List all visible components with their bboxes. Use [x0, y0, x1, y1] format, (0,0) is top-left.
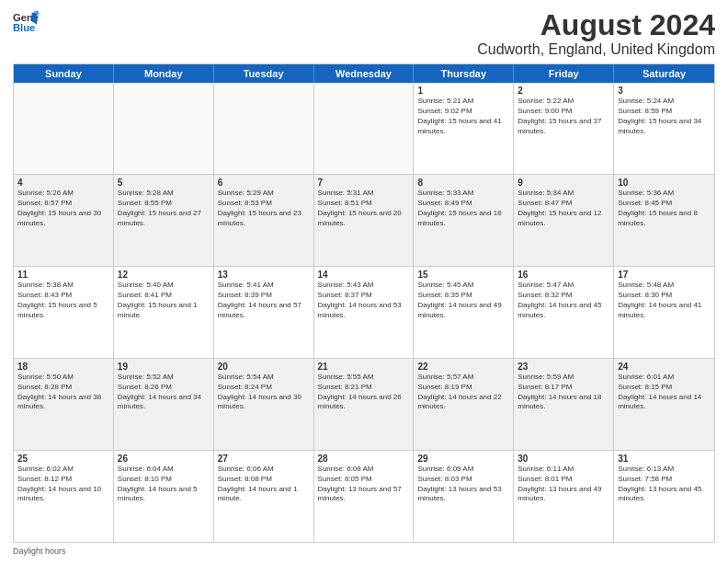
- calendar-cell: 26Sunrise: 6:04 AMSunset: 8:10 PMDayligh…: [114, 451, 214, 542]
- page: General Blue August 2024 Cudworth, Engla…: [0, 0, 728, 563]
- calendar-cell: 30Sunrise: 6:11 AMSunset: 8:01 PMDayligh…: [514, 451, 614, 542]
- day-number: 19: [118, 362, 210, 372]
- day-info: Sunrise: 5:24 AMSunset: 8:59 PMDaylight:…: [618, 97, 711, 136]
- day-info: Sunrise: 5:43 AMSunset: 8:37 PMDaylight:…: [318, 281, 410, 320]
- day-number: 9: [518, 178, 609, 188]
- weekday-header: Friday: [514, 64, 614, 83]
- day-number: 1: [417, 86, 509, 96]
- day-number: 18: [17, 362, 109, 372]
- calendar-cell: 6Sunrise: 5:29 AMSunset: 8:53 PMDaylight…: [214, 175, 314, 266]
- calendar-cell: 28Sunrise: 6:08 AMSunset: 8:05 PMDayligh…: [314, 451, 415, 542]
- weekday-header: Monday: [114, 64, 214, 83]
- day-number: 10: [618, 178, 711, 188]
- calendar-row: 25Sunrise: 6:02 AMSunset: 8:12 PMDayligh…: [14, 451, 714, 542]
- calendar-cell: 11Sunrise: 5:38 AMSunset: 8:43 PMDayligh…: [14, 267, 114, 358]
- weekday-header: Wednesday: [314, 64, 415, 83]
- calendar: SundayMondayTuesdayWednesdayThursdayFrid…: [13, 63, 715, 543]
- day-number: 30: [518, 454, 609, 464]
- day-info: Sunrise: 5:31 AMSunset: 8:51 PMDaylight:…: [318, 189, 410, 228]
- calendar-header: SundayMondayTuesdayWednesdayThursdayFrid…: [14, 64, 714, 83]
- day-number: 27: [218, 454, 310, 464]
- day-number: 16: [518, 270, 609, 280]
- calendar-cell: 17Sunrise: 5:48 AMSunset: 8:30 PMDayligh…: [614, 267, 714, 358]
- day-info: Sunrise: 5:45 AMSunset: 8:35 PMDaylight:…: [417, 281, 509, 320]
- day-info: Sunrise: 6:01 AMSunset: 8:15 PMDaylight:…: [618, 373, 711, 412]
- weekday-header: Thursday: [414, 64, 514, 83]
- day-info: Sunrise: 5:41 AMSunset: 8:39 PMDaylight:…: [218, 281, 310, 320]
- day-number: 17: [618, 270, 711, 280]
- calendar-cell: 19Sunrise: 5:52 AMSunset: 8:26 PMDayligh…: [114, 359, 214, 450]
- day-info: Sunrise: 5:22 AMSunset: 9:00 PMDaylight:…: [518, 97, 609, 136]
- calendar-cell: [114, 83, 214, 174]
- logo: General Blue: [13, 9, 40, 35]
- calendar-cell: 27Sunrise: 6:06 AMSunset: 8:08 PMDayligh…: [214, 451, 314, 542]
- day-number: 12: [118, 270, 210, 280]
- calendar-row: 18Sunrise: 5:50 AMSunset: 8:28 PMDayligh…: [14, 359, 714, 451]
- day-number: 23: [518, 362, 609, 372]
- day-info: Sunrise: 5:26 AMSunset: 8:57 PMDaylight:…: [17, 189, 109, 228]
- day-info: Sunrise: 6:11 AMSunset: 8:01 PMDaylight:…: [518, 465, 609, 504]
- calendar-row: 11Sunrise: 5:38 AMSunset: 8:43 PMDayligh…: [14, 267, 714, 359]
- day-info: Sunrise: 5:55 AMSunset: 8:21 PMDaylight:…: [318, 373, 410, 412]
- calendar-subtitle: Cudworth, England, United Kingdom: [477, 41, 715, 58]
- day-info: Sunrise: 6:09 AMSunset: 8:03 PMDaylight:…: [417, 465, 509, 504]
- footer: Daylight hours: [13, 546, 715, 556]
- calendar-cell: 3Sunrise: 5:24 AMSunset: 8:59 PMDaylight…: [614, 83, 714, 174]
- day-info: Sunrise: 5:34 AMSunset: 8:47 PMDaylight:…: [518, 189, 609, 228]
- calendar-cell: 20Sunrise: 5:54 AMSunset: 8:24 PMDayligh…: [214, 359, 314, 450]
- calendar-cell: [314, 83, 415, 174]
- day-info: Sunrise: 5:29 AMSunset: 8:53 PMDaylight:…: [218, 189, 310, 228]
- day-info: Sunrise: 5:21 AMSunset: 9:02 PMDaylight:…: [417, 97, 509, 136]
- calendar-cell: 1Sunrise: 5:21 AMSunset: 9:02 PMDaylight…: [414, 83, 514, 174]
- day-number: 13: [218, 270, 310, 280]
- day-number: 8: [417, 178, 509, 188]
- calendar-cell: 31Sunrise: 6:13 AMSunset: 7:58 PMDayligh…: [614, 451, 714, 542]
- day-number: 29: [417, 454, 509, 464]
- day-number: 24: [618, 362, 711, 372]
- day-info: Sunrise: 5:28 AMSunset: 8:55 PMDaylight:…: [118, 189, 210, 228]
- day-info: Sunrise: 5:52 AMSunset: 8:26 PMDaylight:…: [118, 373, 210, 412]
- calendar-cell: 7Sunrise: 5:31 AMSunset: 8:51 PMDaylight…: [314, 175, 415, 266]
- day-number: 14: [318, 270, 410, 280]
- day-number: 20: [218, 362, 310, 372]
- day-number: 22: [417, 362, 509, 372]
- calendar-cell: [14, 83, 114, 174]
- logo-icon: General Blue: [13, 9, 39, 35]
- day-number: 31: [618, 454, 711, 464]
- day-info: Sunrise: 6:02 AMSunset: 8:12 PMDaylight:…: [17, 465, 109, 504]
- calendar-cell: 5Sunrise: 5:28 AMSunset: 8:55 PMDaylight…: [114, 175, 214, 266]
- calendar-cell: 18Sunrise: 5:50 AMSunset: 8:28 PMDayligh…: [14, 359, 114, 450]
- calendar-row: 4Sunrise: 5:26 AMSunset: 8:57 PMDaylight…: [14, 175, 714, 267]
- day-info: Sunrise: 5:38 AMSunset: 8:43 PMDaylight:…: [17, 281, 109, 320]
- calendar-cell: 13Sunrise: 5:41 AMSunset: 8:39 PMDayligh…: [214, 267, 314, 358]
- day-info: Sunrise: 5:33 AMSunset: 8:49 PMDaylight:…: [417, 189, 509, 228]
- day-info: Sunrise: 5:47 AMSunset: 8:32 PMDaylight:…: [518, 281, 609, 320]
- calendar-cell: 2Sunrise: 5:22 AMSunset: 9:00 PMDaylight…: [514, 83, 614, 174]
- day-number: 5: [118, 178, 210, 188]
- day-number: 25: [17, 454, 109, 464]
- calendar-cell: 21Sunrise: 5:55 AMSunset: 8:21 PMDayligh…: [314, 359, 415, 450]
- day-info: Sunrise: 6:04 AMSunset: 8:10 PMDaylight:…: [118, 465, 210, 504]
- day-info: Sunrise: 6:08 AMSunset: 8:05 PMDaylight:…: [318, 465, 410, 504]
- day-number: 26: [118, 454, 210, 464]
- calendar-cell: 9Sunrise: 5:34 AMSunset: 8:47 PMDaylight…: [514, 175, 614, 266]
- calendar-body: 1Sunrise: 5:21 AMSunset: 9:02 PMDaylight…: [14, 83, 714, 542]
- day-number: 15: [417, 270, 509, 280]
- calendar-cell: 24Sunrise: 6:01 AMSunset: 8:15 PMDayligh…: [614, 359, 714, 450]
- day-info: Sunrise: 5:50 AMSunset: 8:28 PMDaylight:…: [17, 373, 109, 412]
- day-info: Sunrise: 5:40 AMSunset: 8:41 PMDaylight:…: [118, 281, 210, 320]
- calendar-row: 1Sunrise: 5:21 AMSunset: 9:02 PMDaylight…: [14, 83, 714, 175]
- daylight-label: Daylight hours: [13, 546, 66, 556]
- calendar-cell: 12Sunrise: 5:40 AMSunset: 8:41 PMDayligh…: [114, 267, 214, 358]
- day-number: 7: [318, 178, 410, 188]
- day-number: 28: [318, 454, 410, 464]
- day-info: Sunrise: 5:54 AMSunset: 8:24 PMDaylight:…: [218, 373, 310, 412]
- day-number: 21: [318, 362, 410, 372]
- calendar-cell: 15Sunrise: 5:45 AMSunset: 8:35 PMDayligh…: [414, 267, 514, 358]
- weekday-header: Sunday: [14, 64, 114, 83]
- calendar-cell: 22Sunrise: 5:57 AMSunset: 8:19 PMDayligh…: [414, 359, 514, 450]
- calendar-cell: 29Sunrise: 6:09 AMSunset: 8:03 PMDayligh…: [414, 451, 514, 542]
- day-info: Sunrise: 5:48 AMSunset: 8:30 PMDaylight:…: [618, 281, 711, 320]
- calendar-cell: 16Sunrise: 5:47 AMSunset: 8:32 PMDayligh…: [514, 267, 614, 358]
- calendar-cell: 4Sunrise: 5:26 AMSunset: 8:57 PMDaylight…: [14, 175, 114, 266]
